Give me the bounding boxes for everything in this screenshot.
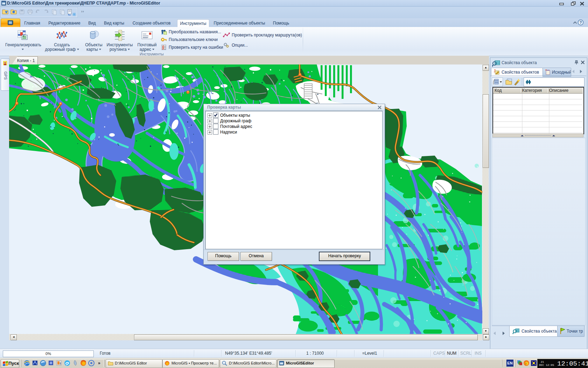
svg-text:?: ? (580, 20, 582, 25)
svg-text:»: » (98, 361, 100, 366)
svg-text:!: ! (525, 362, 526, 366)
